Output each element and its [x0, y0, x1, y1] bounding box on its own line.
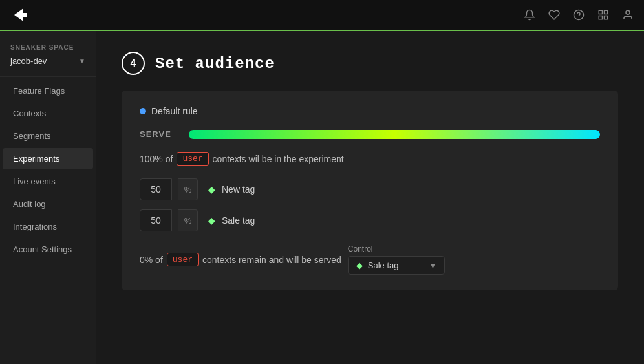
sale-tag-label: Sale tag	[222, 215, 255, 226]
rule-dot-icon	[140, 108, 146, 114]
page-title: Set audience	[155, 55, 275, 72]
apps-icon[interactable]	[597, 9, 609, 21]
top-navigation	[0, 0, 644, 31]
control-select-value: Sale tag	[368, 261, 399, 270]
user-icon[interactable]	[622, 9, 634, 21]
tag-row-sale-tag: % ◆ Sale tag	[140, 209, 600, 231]
main-content: 4 Set audience Default rule SERVE 100% o…	[96, 31, 644, 364]
workspace-label: SNEAKER SPACE	[0, 39, 96, 54]
sale-tag-diamond-icon: ◆	[208, 215, 215, 226]
remain-section: 0% of user contexts remain and will be s…	[140, 244, 600, 275]
control-label: Control	[348, 244, 373, 253]
contexts-suffix: contexts wil be in the experiment	[213, 154, 344, 164]
sidebar-item-audit-log[interactable]: Audit log	[3, 193, 93, 215]
sidebar-item-segments[interactable]: Segments	[3, 125, 93, 147]
sale-tag-percent-sign: %	[178, 209, 198, 231]
svg-point-6	[626, 10, 630, 14]
control-select[interactable]: ◆ Sale tag ▼	[348, 256, 445, 275]
sidebar-item-experiments[interactable]: Experiments	[3, 148, 93, 169]
remain-text: 0% of user contexts remain and will be s…	[140, 253, 341, 266]
serve-gradient-bar	[189, 130, 600, 139]
svg-rect-3	[605, 10, 608, 14]
serve-label: SERVE	[140, 129, 178, 139]
rule-section: Default rule SERVE 100% of user contexts…	[122, 91, 618, 290]
logo[interactable]	[10, 5, 31, 25]
workspace-selector[interactable]: jacob-dev ▼	[0, 54, 96, 74]
default-rule-label: Default rule	[151, 106, 198, 116]
default-rule-header: Default rule	[140, 106, 600, 116]
dropdown-arrow-icon: ▼	[79, 58, 85, 65]
new-tag-percent-input[interactable]	[140, 178, 172, 200]
control-select-arrow-icon: ▼	[429, 262, 436, 270]
new-tag-label: New tag	[222, 184, 255, 195]
sidebar-item-integrations[interactable]: Integrations	[3, 216, 93, 237]
sale-tag-percent-input[interactable]	[140, 209, 172, 231]
remain-prefix: 0% of	[140, 255, 163, 265]
contexts-line: 100% of user contexts wil be in the expe…	[140, 152, 600, 166]
sidebar-divider	[0, 76, 96, 77]
sidebar: SNEAKER SPACE jacob-dev ▼ Feature Flags …	[0, 31, 96, 364]
sidebar-item-feature-flags[interactable]: Feature Flags	[3, 80, 93, 102]
sidebar-item-contexts[interactable]: Contexts	[3, 103, 93, 124]
remain-suffix: contexts remain and will be served	[202, 255, 341, 265]
nav-right	[524, 9, 634, 21]
remain-context-badge: user	[167, 253, 199, 266]
tag-row-new-tag: % ◆ New tag	[140, 178, 600, 200]
step-header: 4 Set audience	[122, 52, 618, 75]
help-icon[interactable]	[573, 9, 585, 21]
control-area: Control ◆ Sale tag ▼	[348, 244, 445, 275]
sidebar-item-account-settings[interactable]: Acount Settings	[3, 239, 93, 260]
svg-rect-2	[599, 10, 602, 14]
notification-icon[interactable]	[524, 9, 535, 21]
serve-row: SERVE	[140, 129, 600, 139]
new-tag-diamond-icon: ◆	[208, 184, 215, 195]
step-number: 4	[122, 52, 145, 75]
svg-rect-4	[599, 16, 602, 19]
svg-rect-5	[605, 16, 608, 19]
settings-icon[interactable]	[548, 9, 560, 21]
workspace-name: jacob-dev	[10, 56, 47, 66]
control-diamond-icon: ◆	[356, 261, 363, 270]
context-badge-user: user	[177, 152, 208, 166]
sidebar-item-live-events[interactable]: Live events	[3, 171, 93, 192]
contexts-prefix: 100% of	[140, 154, 173, 164]
new-tag-percent-sign: %	[178, 178, 198, 200]
nav-left	[10, 5, 31, 25]
layout: SNEAKER SPACE jacob-dev ▼ Feature Flags …	[0, 31, 644, 364]
